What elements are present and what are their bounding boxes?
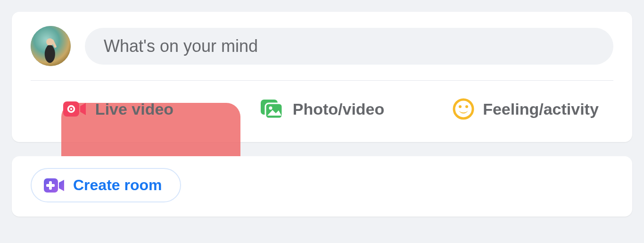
create-room-label: Create room [73, 176, 162, 194]
svg-point-11 [454, 100, 473, 118]
rooms-card: Create room [12, 156, 632, 217]
live-video-icon [63, 100, 87, 118]
avatar[interactable] [31, 26, 71, 66]
photo-video-icon [260, 99, 284, 119]
svg-point-7 [70, 108, 72, 110]
svg-point-12 [459, 105, 462, 108]
compose-row [12, 12, 632, 75]
compose-input[interactable] [85, 28, 613, 65]
live-video-label: Live video [95, 100, 173, 118]
room-row: Create room [12, 156, 632, 217]
feeling-activity-label: Feeling/activity [483, 100, 599, 118]
live-video-button[interactable]: Live video [19, 85, 217, 133]
svg-point-10 [269, 107, 272, 110]
create-room-icon [44, 177, 65, 193]
svg-rect-9 [265, 103, 282, 118]
create-room-button[interactable]: Create room [31, 168, 181, 202]
action-row: Live video Photo/video [12, 81, 632, 142]
photo-video-label: Photo/video [293, 100, 385, 118]
svg-rect-16 [46, 184, 55, 187]
compose-card: Live video Photo/video [12, 12, 632, 142]
avatar-person-icon [31, 26, 71, 66]
svg-rect-3 [47, 45, 53, 53]
feeling-activity-button[interactable]: Feeling/activity [427, 85, 625, 133]
svg-point-13 [465, 105, 468, 108]
feeling-activity-icon [453, 98, 474, 120]
photo-video-button[interactable]: Photo/video [223, 85, 421, 133]
